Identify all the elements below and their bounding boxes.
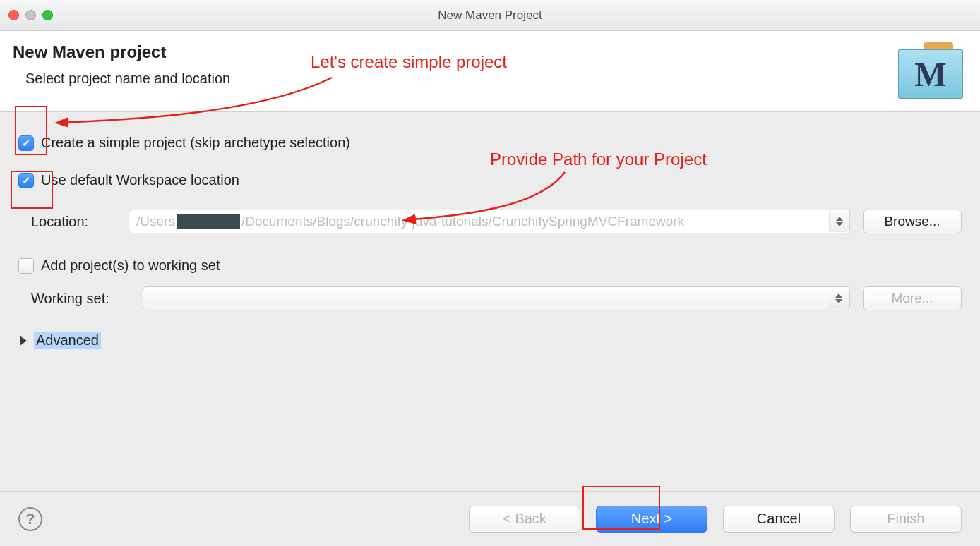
location-path-prefix: /Users [136,214,175,229]
workingset-combo-arrow-icon[interactable] [829,288,849,309]
close-window-button[interactable] [8,10,19,20]
location-path-suffix: /Documents/Blogs/crunchify-java-tutorial… [241,214,684,229]
back-button: < Back [469,506,580,533]
default-workspace-row: Use default Workspace location [18,172,962,188]
workingset-row: Working set: More... [31,286,962,310]
simple-project-row: Create a simple project (skip archetype … [18,135,962,151]
workingset-checkbox[interactable] [18,258,34,274]
wizard-title: New Maven project [13,42,898,62]
window-titlebar: New Maven Project [0,0,980,31]
advanced-label[interactable]: Advanced [34,332,101,349]
location-row: Location: /Users/Documents/Blogs/crunchi… [31,210,962,233]
wizard-content: Create a simple project (skip archetype … [0,112,980,363]
wizard-header: New Maven project Select project name an… [0,31,980,112]
finish-button: Finish [850,506,962,533]
location-combo-arrow-icon[interactable] [829,211,849,232]
minimize-window-button[interactable] [25,10,36,20]
more-button: More... [863,286,962,310]
default-workspace-label: Use default Workspace location [41,172,239,188]
window-title: New Maven Project [0,8,980,23]
advanced-disclosure-icon[interactable] [20,336,27,346]
simple-project-checkbox[interactable] [18,135,34,151]
browse-button[interactable]: Browse... [863,210,962,233]
location-label: Location: [31,214,116,230]
next-button[interactable]: Next > [596,506,707,533]
simple-project-label: Create a simple project (skip archetype … [41,135,350,151]
workingset-checkbox-label: Add project(s) to working set [41,257,220,274]
traffic-lights [8,10,53,20]
workingset-combo[interactable] [143,286,850,310]
default-workspace-checkbox[interactable] [18,173,34,188]
maven-icon: M [898,42,963,99]
location-combo[interactable]: /Users/Documents/Blogs/crunchify-java-tu… [129,210,850,233]
advanced-row[interactable]: Advanced [20,332,962,349]
cancel-button[interactable]: Cancel [723,506,835,533]
wizard-subtitle: Select project name and location [25,71,898,87]
workingset-label: Working set: [31,291,130,307]
wizard-footer: ? < Back Next > Cancel Finish [0,491,980,546]
maximize-window-button[interactable] [42,10,53,20]
redacted-segment [177,214,240,229]
workingset-checkbox-row: Add project(s) to working set [18,257,962,274]
help-icon[interactable]: ? [18,507,42,531]
